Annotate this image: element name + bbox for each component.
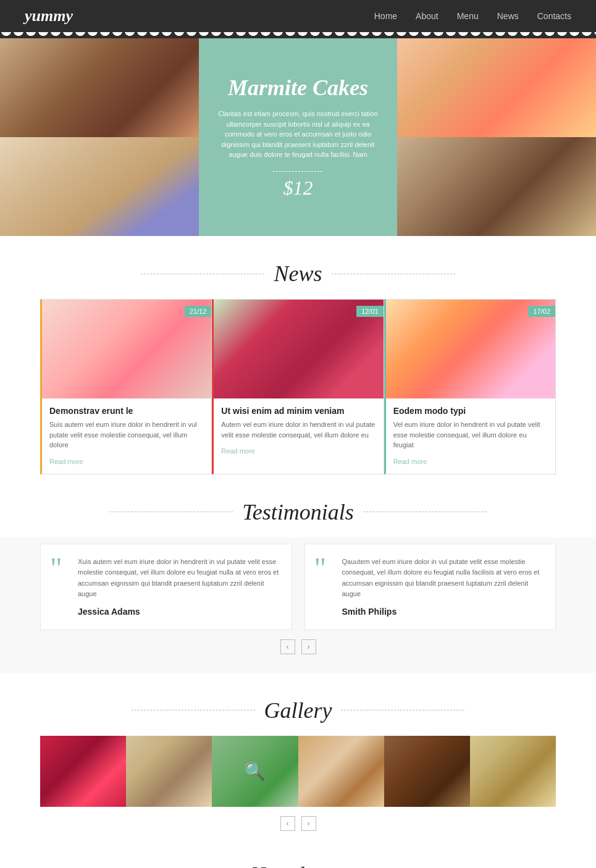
gallery-item-2[interactable]	[126, 736, 212, 807]
nav-news[interactable]: News	[497, 11, 519, 21]
hero-center-panel: Marmite Cakes Claritas est etiam procesm…	[199, 38, 398, 236]
hero-section: Marmite Cakes Claritas est etiam procesm…	[0, 38, 596, 236]
quote-icon-2: "	[314, 554, 327, 583]
news-readmore-1[interactable]: Read more	[49, 458, 83, 465]
nav-home[interactable]: Home	[374, 11, 397, 21]
testimonial-text-2: Qauutem vel eum iriure dolor in vul puta…	[342, 557, 544, 600]
gallery-item-5[interactable]	[384, 736, 470, 807]
news-body-1: Demonstrav erunt le Suis autem vel eum i…	[42, 398, 211, 474]
testimonials-grid: " Xuis autem vel eum iriure dolor in hen…	[40, 544, 556, 630]
nav-contacts[interactable]: Contacts	[537, 11, 571, 21]
hero-image-4	[0, 137, 199, 236]
news-body-2: Ut wisi enim ad minim veniam Autem vel e…	[214, 398, 383, 463]
hero-description: Claritas est etiam procesm, quis nostrud…	[211, 109, 385, 160]
news-title-3: Eodem modo typi	[393, 406, 548, 416]
hero-image-3	[397, 38, 596, 137]
testimonial-card-2: " Qauutem vel eum iriure dolor in vul pu…	[304, 544, 556, 630]
site-logo[interactable]: yummy	[25, 7, 73, 25]
testimonial-next-button[interactable]: ›	[301, 639, 316, 654]
testimonial-text-1: Xuis autem vel eum iriure dolor in hendr…	[78, 557, 279, 600]
testimonial-card-1: " Xuis autem vel eum iriure dolor in hen…	[40, 544, 292, 630]
gallery-heading: Gallery	[264, 697, 332, 723]
news-text-3: Vel eum iriure dolor in hendrerit in vul…	[393, 419, 548, 450]
gallery-prev-button[interactable]: ‹	[280, 816, 295, 831]
gallery-nav: ‹ ›	[0, 816, 596, 831]
newsletter-section-header: Newsletter	[0, 856, 596, 868]
news-readmore-2[interactable]: Read more	[221, 447, 254, 455]
divider-right-t	[363, 512, 487, 512]
quote-icon-1: "	[50, 554, 62, 583]
gallery-section-header: Gallery	[0, 697, 596, 723]
gallery-item-1[interactable]	[40, 736, 126, 807]
navbar: yummy Home About Menu News Contacts	[0, 0, 596, 32]
divider-left-t	[109, 512, 233, 512]
hero-divider	[273, 171, 322, 172]
news-title-2: Ut wisi enim ad minim veniam	[221, 406, 376, 416]
news-text-1: Suis autem vel eum iriure dolor in hendr…	[49, 419, 204, 450]
newsletter-heading: Newsletter	[251, 862, 346, 868]
divider-left-g	[132, 710, 255, 710]
news-date-1: 21/12	[185, 306, 212, 317]
news-card-1: 21/12 Demonstrav erunt le Suis autem vel…	[40, 299, 212, 474]
gallery-item-3[interactable]: 🔍	[212, 736, 298, 807]
gallery-item-4[interactable]	[298, 736, 384, 807]
gallery-item-6[interactable]	[470, 736, 556, 807]
testimonial-name-1: Jessica Adams	[78, 607, 140, 617]
testimonials-section-header: Testimonials	[0, 499, 596, 525]
hero-title: Marmite Cakes	[228, 75, 368, 101]
testimonial-name-2: Smith Philips	[342, 607, 397, 617]
hero-image-1	[0, 38, 199, 137]
divider-right	[332, 274, 455, 274]
testimonial-prev-button[interactable]: ‹	[280, 639, 295, 654]
testimonial-nav: ‹ ›	[40, 639, 556, 654]
news-date-2: 12/01	[356, 306, 384, 317]
testimonials-section: " Xuis autem vel eum iriure dolor in hen…	[0, 537, 596, 673]
testimonials-heading: Testimonials	[242, 499, 354, 525]
news-grid: 21/12 Demonstrav erunt le Suis autem vel…	[0, 299, 596, 474]
gallery-grid: 🔍	[0, 736, 596, 807]
zoom-icon: 🔍	[244, 761, 266, 782]
news-card-2: 12/01 Ut wisi enim ad minim veniam Autem…	[212, 299, 384, 474]
divider-right-g	[341, 710, 464, 710]
news-text-2: Autem vel eum iriure dolor in hendrerit …	[221, 419, 376, 440]
hero-image-5	[397, 137, 596, 236]
nav-links: Home About Menu News Contacts	[374, 11, 571, 21]
gallery-next-button[interactable]: ›	[301, 816, 316, 831]
news-title-1: Demonstrav erunt le	[49, 406, 204, 416]
hero-price: $12	[283, 177, 313, 200]
news-section-header: News	[0, 261, 596, 287]
news-readmore-3[interactable]: Read more	[393, 458, 427, 465]
nav-about[interactable]: About	[416, 11, 439, 21]
divider-left	[141, 274, 264, 274]
news-date-3: 17/02	[528, 306, 555, 317]
nav-menu[interactable]: Menu	[457, 11, 479, 21]
news-body-3: Eodem modo typi Vel eum iriure dolor in …	[386, 398, 555, 474]
news-heading: News	[274, 261, 322, 287]
news-card-3: 17/02 Eodem modo typi Vel eum iriure dol…	[384, 299, 556, 474]
